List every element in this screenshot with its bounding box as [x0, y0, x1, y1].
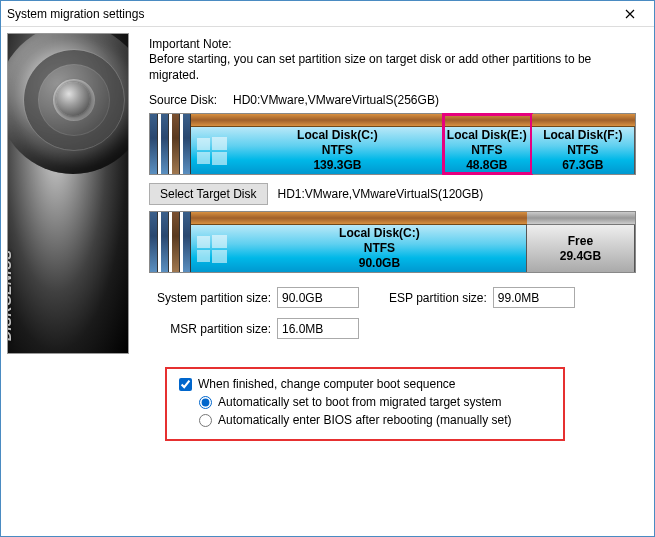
partition-size: 139.3GB [313, 158, 361, 173]
boot-bios-label: Automatically enter BIOS after rebooting… [218, 413, 511, 427]
boot-sequence-group: When finished, change computer boot sequ… [165, 367, 565, 441]
source-disk-bar[interactable]: Local Disk(C:) NTFS 139.3GB Local Disk(E… [149, 113, 636, 175]
free-size: 29.4GB [560, 249, 601, 264]
partition-name: Local Disk(C:) [297, 128, 378, 143]
change-boot-label: When finished, change computer boot sequ… [198, 377, 456, 391]
windows-icon [191, 225, 233, 272]
svg-rect-3 [212, 152, 227, 165]
target-free-space[interactable]: Free 29.4GB [527, 212, 635, 272]
boot-bios-radio[interactable] [199, 414, 212, 427]
source-partition-f[interactable]: Local Disk(F:) NTFS 67.3GB [532, 114, 635, 174]
change-boot-checkbox[interactable] [179, 378, 192, 391]
close-button[interactable] [612, 1, 648, 26]
window-title: System migration settings [7, 7, 612, 21]
brand-label: DISKGENIUS [7, 250, 14, 341]
partition-name: Local Disk(F:) [543, 128, 622, 143]
note-body: Before starting, you can set partition s… [149, 51, 636, 83]
target-partition-c[interactable]: Local Disk(C:) NTFS 90.0GB [191, 212, 527, 272]
select-target-disk-button[interactable]: Select Target Disk [149, 183, 268, 205]
svg-rect-7 [212, 250, 227, 263]
svg-rect-5 [212, 235, 227, 248]
note-heading: Important Note: [149, 37, 636, 51]
close-icon [625, 9, 635, 19]
partition-fs: NTFS [364, 241, 395, 256]
esp-size-label: ESP partition size: [389, 291, 487, 305]
partition-fs: NTFS [322, 143, 353, 158]
svg-rect-4 [197, 236, 210, 248]
partition-name: Local Disk(E:) [447, 128, 527, 143]
system-size-label: System partition size: [149, 291, 271, 305]
msr-size-input[interactable] [277, 318, 359, 339]
svg-rect-2 [197, 152, 210, 164]
partition-size: 90.0GB [359, 256, 400, 271]
source-partition-c[interactable]: Local Disk(C:) NTFS 139.3GB [191, 114, 443, 174]
source-partition-e[interactable]: Local Disk(E:) NTFS 48.8GB [443, 114, 532, 174]
brand-image: DISKGENIUS [7, 33, 129, 354]
esp-size-input[interactable] [493, 287, 575, 308]
svg-rect-6 [197, 250, 210, 262]
partition-size: 48.8GB [466, 158, 507, 173]
partition-fs: NTFS [471, 143, 502, 158]
source-disk-label: Source Disk: [149, 93, 217, 107]
system-size-input[interactable] [277, 287, 359, 308]
partition-fs: NTFS [567, 143, 598, 158]
free-label: Free [568, 234, 593, 249]
partition-name: Local Disk(C:) [339, 226, 420, 241]
msr-size-label: MSR partition size: [149, 322, 271, 336]
target-disk-value: HD1:VMware,VMwareVirtualS(120GB) [278, 187, 484, 201]
boot-auto-label: Automatically set to boot from migrated … [218, 395, 501, 409]
target-disk-bar[interactable]: Local Disk(C:) NTFS 90.0GB Free 29.4GB [149, 211, 636, 273]
partition-size: 67.3GB [562, 158, 603, 173]
windows-icon [191, 127, 233, 174]
svg-rect-0 [197, 138, 210, 150]
source-disk-value: HD0:VMware,VMwareVirtualS(256GB) [233, 93, 439, 107]
svg-rect-1 [212, 137, 227, 150]
boot-auto-radio[interactable] [199, 396, 212, 409]
